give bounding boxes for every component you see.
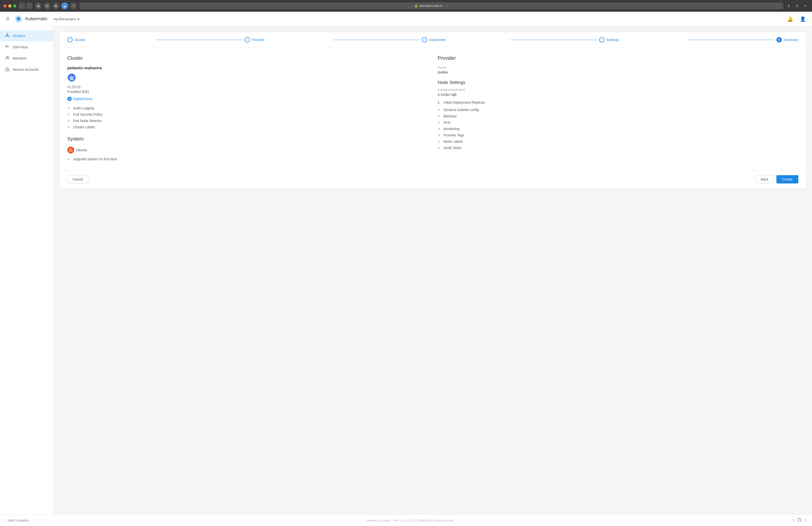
svg-point-22 (71, 77, 72, 78)
node-features-list: ✕ Dynamic kubelet config ✕ Backups ✕ IPv… (438, 106, 798, 151)
ubuntu-label: Ubuntu (76, 148, 87, 152)
back-nav-button[interactable]: ‹ (19, 3, 25, 9)
step-cluster: ✓ Cluster (67, 37, 154, 42)
github-icon[interactable] (797, 518, 801, 523)
system-section: System (67, 136, 428, 162)
maximize-button[interactable] (13, 4, 16, 8)
feature-cluster-labels: ✕ Cluster Labels (67, 124, 428, 130)
reload-icon[interactable]: ↻ (446, 4, 448, 8)
back-to-projects-label: back to projects (8, 519, 29, 522)
provider-section-title: Provider (438, 55, 798, 61)
tab-icon-3: ⊕ (53, 2, 59, 9)
sidebar-item-members[interactable]: Members (0, 53, 54, 64)
slack-icon[interactable]: # (804, 518, 806, 523)
sidebar-label-ssh-keys: SSH Keys (13, 45, 28, 49)
twitter-icon[interactable]: 𝕏 (792, 518, 795, 523)
digitalocean-label: DigitalOcean (73, 97, 93, 101)
svg-point-11 (6, 46, 7, 47)
feature-dynamic-kubelet: ✕ Dynamic kubelet config (438, 106, 798, 113)
sidebar-label-clusters: Clusters (13, 34, 25, 38)
sidebar-item-service-accounts[interactable]: Service Accounts (0, 64, 54, 75)
x-icon: ✕ (67, 106, 71, 110)
hamburger-menu-button[interactable]: ☰ (5, 16, 10, 22)
close-button[interactable] (3, 4, 6, 8)
ssh-key-icon (5, 44, 10, 50)
feature-ipv6: ✕ IPv6 (438, 119, 798, 126)
x-icon: ✕ (438, 140, 441, 143)
ubuntu-icon (67, 147, 74, 154)
minimize-button[interactable] (8, 4, 12, 8)
replica-count: 1 (438, 100, 441, 104)
step-datacenter-label: Datacenter (429, 38, 446, 42)
back-button[interactable]: Back (756, 175, 773, 183)
create-button[interactable]: Create (777, 175, 798, 183)
svg-point-18 (6, 67, 8, 69)
user-profile-button[interactable]: 👤 (798, 15, 807, 24)
feature-audit-logging-label: Audit Logging (73, 106, 94, 110)
feature-provider-tags-label: Provider Tags (444, 133, 464, 137)
svg-point-10 (5, 45, 8, 47)
sidebar: Clusters SSH Keys (0, 26, 54, 514)
step-datacenter-check: ✓ (422, 37, 427, 42)
feature-pod-node-selector-label: Pod Node Selector (73, 119, 102, 123)
x-icon: ✕ (438, 114, 441, 118)
system-section-title: System (67, 136, 428, 142)
forward-nav-button[interactable]: › (26, 3, 32, 9)
feature-ipv6-label: IPv6 (444, 120, 450, 125)
logo-area: Kubermatic (14, 15, 47, 24)
provider-column: Provider Preset loodse Node Settings Aut… (438, 55, 798, 162)
step-settings: ✓ Settings (599, 37, 686, 42)
project-name: my-first-project (54, 17, 76, 21)
feature-node-taints-label: Node Taints (444, 146, 462, 150)
step-provider-check: ✓ (245, 37, 250, 42)
x-icon: ✕ (67, 113, 71, 116)
svg-point-6 (5, 36, 6, 37)
x-icon: ✕ (438, 133, 441, 137)
url-text: dev.kubermatic.io (419, 4, 442, 8)
preset-value: loodse (438, 70, 798, 74)
cancel-button[interactable]: Cancel (67, 175, 88, 183)
step-provider: ✓ Provider (245, 37, 331, 42)
notifications-button[interactable]: 🔔 (786, 15, 795, 24)
svg-point-5 (8, 36, 9, 37)
browser-nav: ‹ › (19, 3, 32, 9)
clusters-icon (5, 33, 10, 39)
feature-monitoring-label: Monitoring (444, 127, 460, 131)
feature-node-labels: ✕ Node Labels (438, 138, 798, 145)
digitalocean-link[interactable]: D DigitalOcean (67, 97, 428, 101)
x-icon: ✕ (438, 127, 441, 131)
add-tab-button[interactable]: + (802, 3, 809, 9)
feature-audit-logging: ✕ Audit Logging (67, 105, 428, 111)
right-actions: Back Create (756, 175, 798, 183)
download-icon[interactable]: ⬇ (786, 3, 792, 9)
step-cluster-check: ✓ (67, 37, 73, 42)
initial-replicas-label: Initial Deployment Replicas (444, 100, 485, 104)
kubernetes-icon (67, 73, 76, 82)
step-summary[interactable]: 5 Summary (777, 37, 798, 42)
svg-point-3 (6, 34, 8, 36)
feature-backups: ✕ Backups (438, 113, 798, 119)
address-bar[interactable]: 🔒 dev.kubermatic.io ↻ (79, 2, 783, 9)
initial-replicas-row: 1 Initial Deployment Replicas (438, 99, 798, 105)
sidebar-item-ssh-keys[interactable]: SSH Keys (0, 42, 54, 53)
project-selector[interactable]: my-first-project ▾ (52, 16, 81, 22)
feature-pod-security-policy: ✕ Pod Security Policy (67, 111, 428, 118)
svg-point-4 (7, 33, 8, 34)
svg-point-16 (8, 56, 9, 58)
kubermatic-logo-icon (14, 15, 23, 24)
action-bar: Cancel Back Create (59, 170, 806, 188)
kubernetes-icon-wrapper (67, 73, 428, 83)
sidebar-item-clusters[interactable]: Clusters (0, 30, 54, 42)
digitalocean-icon: D (67, 97, 72, 101)
preset-label: Preset (438, 66, 798, 69)
location: Frankfurt (DE) (67, 90, 428, 94)
footer-social-icons: 𝕏 # (792, 518, 806, 523)
feature-node-labels-label: Node Labels (444, 140, 463, 143)
browser-toolbar-icons: ⊞ ⊡ ⊕ ☁ ⠿ (35, 2, 77, 9)
kubernetes-version: v1.15.10 (67, 85, 428, 89)
feature-provider-tags: ✕ Provider Tags (438, 132, 798, 138)
pip-icon[interactable]: ⧉ (794, 3, 800, 9)
step-summary-label: Summary (784, 38, 798, 42)
footer-back-link[interactable]: ‹ back to projects (6, 519, 29, 522)
svg-line-8 (8, 35, 9, 36)
